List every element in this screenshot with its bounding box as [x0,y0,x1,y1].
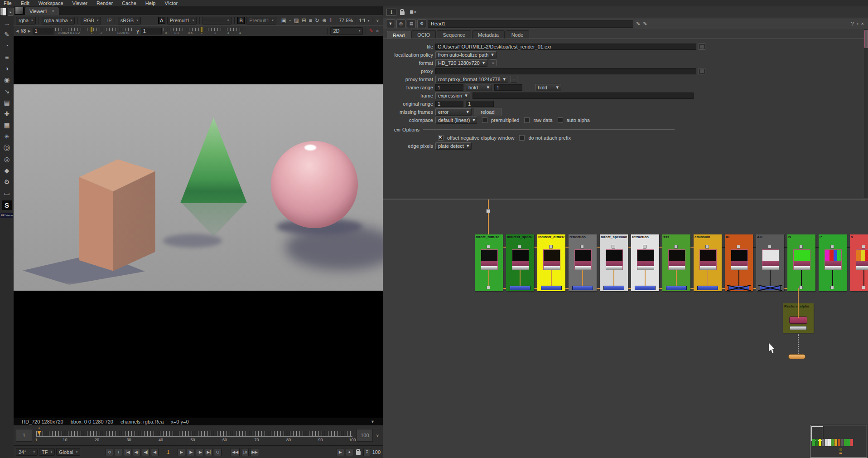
transport-back-button[interactable]: ◀▫ [133,448,140,456]
frame-expression-input[interactable] [473,93,694,99]
threed-menu-icon[interactable]: ▦ [2,121,12,129]
file-browser-icon[interactable] [699,68,705,74]
a-buffer-badge[interactable]: A [158,17,165,24]
transport-forward-button[interactable]: ▶ [178,448,185,456]
transport-forward-button[interactable]: ▫▶ [196,448,203,456]
format-dropdown[interactable]: HD_720 1280x720▾ [435,59,487,67]
menu-edit[interactable]: Edit [21,0,29,6]
wipe-icon[interactable]: ⊞ [302,17,306,24]
dot-node[interactable] [549,245,553,248]
shuffle-node[interactable] [603,286,624,290]
node-backdrop-indirect_diffuse[interactable]: indirect_diffuse [537,234,565,291]
help-icon[interactable]: ? [851,21,854,26]
proxy-stripes-icon[interactable]: ▨ [294,17,299,24]
scanline-icon[interactable]: ≡ [309,17,312,24]
more-options-icon[interactable]: » [376,29,381,32]
shuffle-node[interactable] [666,286,687,290]
restore-alpha-output-node[interactable] [790,326,807,330]
max-panels-input[interactable]: 1 [386,9,396,16]
frame-range-hold2-dropdown[interactable]: hold▾ [535,84,561,91]
original-range-start[interactable]: 1 [435,101,463,107]
node-graph[interactable]: direct_diffuseindirect_specularindirect_… [383,199,868,458]
range-end-box[interactable]: 100 [357,429,373,442]
channel-menu-icon[interactable]: ≡ [2,53,12,61]
proxy-format-expression-button[interactable]: = [511,76,517,83]
pane-menu-button[interactable] [15,7,24,15]
tab-metadata[interactable]: Metadata [472,30,505,39]
gain-slider[interactable]: 0.00625 0.1 0.21210 20 60 [55,27,135,35]
read-node-thumbnail[interactable] [762,249,779,270]
dot-node[interactable] [830,286,834,289]
tab-read[interactable]: Read [387,31,410,39]
tab-node[interactable]: Node [506,30,529,39]
localization-dropdown[interactable]: from auto-localize path▾ [435,51,497,58]
read-node-thumbnail[interactable] [512,249,529,270]
node-backdrop-AO[interactable]: AO [756,234,784,291]
filter-menu-icon[interactable]: ◉ [2,76,12,84]
node-graph-minimap[interactable] [810,425,867,458]
file-browser-icon[interactable] [699,44,705,50]
frame-range-hold1-dropdown[interactable]: hold▾ [466,84,492,91]
input-process-button[interactable]: IP [107,18,111,23]
loop-mode-button[interactable]: ↻ [106,448,113,456]
menu-help[interactable]: Help [145,0,156,6]
metadata-menu-icon[interactable]: ◆ [2,166,12,175]
dot-node[interactable] [862,286,865,289]
step-back-button[interactable]: ◀◀ [231,448,240,456]
set-out-button[interactable]: O [214,448,222,456]
colorspace-dropdown[interactable]: default (linear)▾ [435,117,477,124]
channels-dropdown[interactable]: RGB▾ [81,17,101,24]
pencil-icon[interactable]: ✎ [643,21,647,26]
dot-node[interactable] [768,245,772,248]
b-buffer-badge[interactable]: B [237,17,245,24]
shuffle-node[interactable] [572,286,593,290]
timeline-ruler[interactable]: 1 1102030405060708090100 [34,426,354,444]
read-node-thumbnail[interactable] [793,249,810,270]
menu-render[interactable]: Render [96,0,113,6]
transport-back-button[interactable]: |◀ [124,448,131,456]
merge-menu-icon[interactable]: ▤ [2,98,12,107]
sapphire-plugin-icon[interactable]: S [2,200,12,210]
missing-frames-dropdown[interactable]: error▾ [435,108,472,116]
shuffle-node[interactable] [541,286,562,290]
slider-handle[interactable] [90,27,93,33]
proxy-format-dropdown[interactable]: root.proxy_format 1024x778▾ [435,76,508,83]
scrollbar-thumb[interactable] [864,30,868,48]
shuffle-node[interactable] [635,286,656,290]
frame-range-dropdown[interactable]: Global▾ [56,448,80,456]
frame-increment-input[interactable]: 10 [241,448,249,456]
color-swatch-icon[interactable] [0,8,7,16]
image-node-menu-icon[interactable]: → [2,19,12,27]
dot-node-orange[interactable] [788,354,805,359]
node-backdrop-direct_specular[interactable]: direct_specular [600,234,628,291]
dot-node[interactable] [830,245,834,248]
read-node-thumbnail[interactable] [606,249,623,270]
edge-pixels-dropdown[interactable]: plate detect▾ [435,142,472,150]
lock-range-icon[interactable] [356,451,361,455]
b-buffer-dropdown[interactable]: Premult1▾ [246,17,276,24]
node-header-button[interactable]: ◎ [396,19,405,28]
original-range-end[interactable]: 1 [466,101,494,107]
step-forward-button[interactable]: ▶▶ [250,448,259,456]
dot-node[interactable] [518,245,521,248]
layer-dropdown[interactable]: rgba▾ [16,17,36,24]
dot-node[interactable] [674,245,678,248]
tab-ocio[interactable]: OCIO [411,30,436,39]
toolbar-flyout-button[interactable]: ▸ [8,8,14,16]
transport-forward-button[interactable]: |▶ [187,448,194,456]
dot-node[interactable] [487,245,490,248]
roi-icon[interactable]: ⊕ [322,17,327,24]
menu-vctor[interactable]: V!ctor [164,0,178,6]
toolsets-menu-icon[interactable]: ▭ [2,189,12,197]
viewer-canvas[interactable] [14,36,383,418]
tab-close-icon[interactable]: × [52,9,55,14]
padlock-icon[interactable] [400,11,405,15]
node-header-button[interactable]: ▼ [386,19,395,28]
node-backdrop-P[interactable]: P [819,234,847,291]
set-in-button[interactable]: I [115,448,122,456]
dot-node[interactable] [643,245,646,248]
close-all-panels-icon[interactable]: ≣× [410,9,417,15]
revision-plugin-icon[interactable]: RE:Vision [0,213,13,218]
format-box-icon[interactable]: ▫ [289,17,291,24]
pencil-icon[interactable]: ✎ [636,21,640,26]
